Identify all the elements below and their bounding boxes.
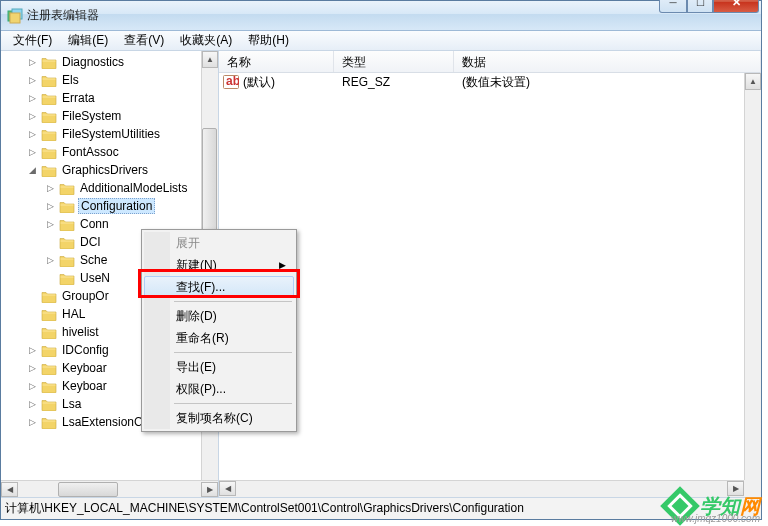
tree-item[interactable]: ▷AdditionalModeLists [1,179,218,197]
expand-icon[interactable]: ▷ [27,381,38,392]
cm-export[interactable]: 导出(E) [144,356,294,378]
expand-icon[interactable]: ▷ [45,201,56,212]
status-path: 计算机\HKEY_LOCAL_MACHINE\SYSTEM\ControlSet… [5,500,524,517]
folder-icon [41,380,57,393]
statusbar: 计算机\HKEY_LOCAL_MACHINE\SYSTEM\ControlSet… [1,497,761,519]
cm-copykey[interactable]: 复制项名称(C) [144,407,294,429]
tree-label: Sche [78,253,109,267]
tree-label: Keyboar [60,379,109,393]
minimize-button[interactable]: ─ [659,0,687,13]
tree-hscroll[interactable]: ◀▶ [1,480,218,497]
list-vscroll[interactable]: ▲▼ [744,73,761,497]
value-type: REG_SZ [336,75,456,89]
expand-icon[interactable]: ▷ [27,363,38,374]
expand-icon[interactable]: ▷ [45,255,56,266]
menu-edit[interactable]: 编辑(E) [60,30,116,51]
list-pane: 名称 类型 数据 (默认) REG_SZ (数值未设置) ▲▼ ◀▶ [219,51,761,497]
folder-icon [59,218,75,231]
registry-editor-window: 注册表编辑器 ─ ☐ ✕ 文件(F) 编辑(E) 查看(V) 收藏夹(A) 帮助… [0,0,762,520]
cm-expand[interactable]: 展开 [144,232,294,254]
close-button[interactable]: ✕ [713,0,759,13]
value-data: (数值未设置) [456,74,530,91]
regedit-icon [7,8,23,24]
folder-icon [41,56,57,69]
menu-help[interactable]: 帮助(H) [240,30,297,51]
tree-label: AdditionalModeLists [78,181,189,195]
folder-icon [59,182,75,195]
folder-icon [41,74,57,87]
folder-icon [41,92,57,105]
tree-label: DCI [78,235,103,249]
expand-icon[interactable] [45,237,56,248]
tree-item[interactable]: ▷Els [1,71,218,89]
tree-item[interactable]: ▷Errata [1,89,218,107]
maximize-button[interactable]: ☐ [687,0,713,13]
expand-icon[interactable]: ▷ [27,57,38,68]
tree-label: Errata [60,91,97,105]
folder-icon [59,236,75,249]
folder-icon [59,200,75,213]
folder-icon [41,290,57,303]
tree-item[interactable]: ▷FileSystem [1,107,218,125]
expand-icon[interactable]: ▷ [27,93,38,104]
context-menu: 展开 新建(N)▶ 查找(F)... 删除(D) 重命名(R) 导出(E) 权限… [141,229,297,432]
tree-label: GraphicsDrivers [60,163,150,177]
tree-label: FontAssoc [60,145,121,159]
tree-label: IDConfig [60,343,111,357]
tree-label: Diagnostics [60,55,126,69]
tree-label: Conn [78,217,111,231]
expand-icon[interactable]: ▷ [45,183,56,194]
tree-item[interactable]: ▷Diagnostics [1,53,218,71]
menu-favorites[interactable]: 收藏夹(A) [172,30,240,51]
cm-delete[interactable]: 删除(D) [144,305,294,327]
expand-icon[interactable]: ▷ [27,75,38,86]
folder-icon [59,272,75,285]
tree-item[interactable]: ◢GraphicsDrivers [1,161,218,179]
expand-icon[interactable] [45,273,56,284]
folder-icon [41,398,57,411]
folder-icon [41,164,57,177]
tree-item[interactable]: ▷FontAssoc [1,143,218,161]
tree-item[interactable]: ▷FileSystemUtilities [1,125,218,143]
expand-icon[interactable]: ▷ [27,111,38,122]
expand-icon[interactable] [27,309,38,320]
expand-icon[interactable]: ▷ [27,345,38,356]
expand-icon[interactable]: ▷ [27,129,38,140]
watermark: 学知网 www.jmqz1000.com [666,492,760,520]
value-name: (默认) [243,74,336,91]
col-name[interactable]: 名称 [219,51,334,72]
tree-label: Els [60,73,81,87]
tree-label: Lsa [60,397,83,411]
tree-label: Keyboar [60,361,109,375]
expand-icon[interactable]: ▷ [27,399,38,410]
cm-new[interactable]: 新建(N)▶ [144,254,294,276]
folder-icon [41,344,57,357]
menu-file[interactable]: 文件(F) [5,30,60,51]
expand-icon[interactable] [27,291,38,302]
menubar: 文件(F) 编辑(E) 查看(V) 收藏夹(A) 帮助(H) [1,31,761,51]
tree-label: Configuration [78,198,155,214]
cm-permissions[interactable]: 权限(P)... [144,378,294,400]
col-data[interactable]: 数据 [454,51,761,72]
list-row[interactable]: (默认) REG_SZ (数值未设置) [219,73,761,91]
folder-icon [41,416,57,429]
tree-item[interactable]: ▷Configuration [1,197,218,215]
expand-icon[interactable]: ▷ [45,219,56,230]
folder-icon [41,362,57,375]
window-title: 注册表编辑器 [27,7,659,24]
cm-rename[interactable]: 重命名(R) [144,327,294,349]
tree-label: hivelist [60,325,101,339]
menu-view[interactable]: 查看(V) [116,30,172,51]
list-header: 名称 类型 数据 [219,51,761,73]
folder-icon [41,326,57,339]
expand-icon[interactable]: ▷ [27,417,38,428]
reg-sz-icon [223,75,239,89]
folder-icon [41,146,57,159]
expand-icon[interactable] [27,327,38,338]
expand-icon[interactable]: ◢ [27,165,38,176]
expand-icon[interactable]: ▷ [27,147,38,158]
cm-find[interactable]: 查找(F)... [144,276,294,298]
titlebar[interactable]: 注册表编辑器 ─ ☐ ✕ [1,1,761,31]
col-type[interactable]: 类型 [334,51,454,72]
tree-label: UseN [78,271,112,285]
